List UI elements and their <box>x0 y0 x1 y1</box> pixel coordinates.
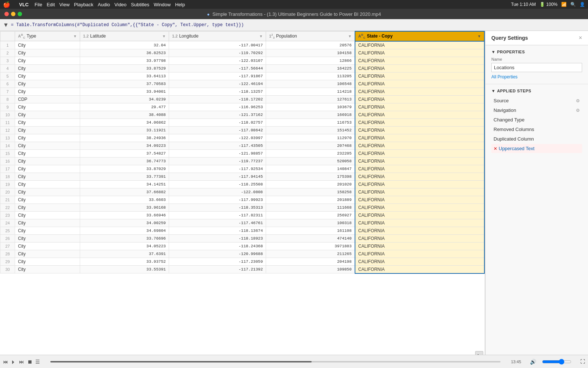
table-row: 26City33.76696-118.18923474140CALIFORNIA <box>0 234 485 242</box>
col-header-statecopy[interactable]: ABC State - Copy ▼ <box>355 31 484 41</box>
cell-longitude: -118.24368 <box>169 242 266 250</box>
play-button[interactable]: ⏵ <box>11 359 16 365</box>
row-number: 30 <box>0 265 15 273</box>
step-item-navigation[interactable]: Navigation⚙ <box>491 106 582 115</box>
filter-btn-pop[interactable]: ▼ <box>348 34 352 38</box>
step-item-changed-type[interactable]: Changed Type <box>491 115 582 124</box>
step-label: ✕Uppercased Text <box>494 146 580 151</box>
menu-video[interactable]: Video <box>114 2 126 7</box>
filter-btn-lat[interactable]: ▼ <box>162 34 166 38</box>
cell-state-copy: CALIFORNIA <box>355 250 484 258</box>
query-settings-header: Query Settings × <box>485 31 588 45</box>
col-label-population: Population <box>276 33 297 39</box>
status-bar: ⏮ ⏵ ⏭ ⏹ ☰ 13:45 🔊 ⛶ <box>0 355 588 368</box>
cell-population: 175398 <box>266 173 355 180</box>
menu-playback[interactable]: Playback <box>74 2 93 7</box>
step-gear-icon[interactable]: ⚙ <box>576 108 580 113</box>
user-icon: 👤 <box>580 2 585 7</box>
cell-latitude: 34.14251 <box>80 180 169 188</box>
cell-latitude: 33.64113 <box>80 72 169 80</box>
volume-slider[interactable] <box>542 359 571 365</box>
table-row: 15City37.54827-121.98857232205CALIFORNIA <box>0 149 485 157</box>
row-number: 17 <box>0 165 15 173</box>
skip-back-button[interactable]: ⏮ <box>3 359 8 365</box>
table-row: 19City34.14251-118.25508201020CALIFORNIA <box>0 180 485 188</box>
filter-btn-statecopy[interactable]: ▼ <box>477 34 481 38</box>
search-icon[interactable]: 🔍 <box>570 2 576 7</box>
time-display: 13:45 <box>511 360 521 364</box>
formula-dropdown[interactable]: ▼ <box>3 22 9 28</box>
cell-state-copy: CALIFORNIA <box>355 196 484 204</box>
cell-longitude: -122.03107 <box>169 57 266 64</box>
cell-population: 161108 <box>266 227 355 234</box>
cell-state-copy: CALIFORNIA <box>355 41 484 49</box>
expand-steps-icon[interactable]: ▼ <box>491 89 495 93</box>
expand-properties-icon[interactable]: ▼ <box>491 50 495 54</box>
row-number: 24 <box>0 219 15 227</box>
cell-longitude: -117.94145 <box>169 173 266 180</box>
cell-longitude: -120.99688 <box>169 250 266 258</box>
step-gear-icon[interactable]: ⚙ <box>576 98 580 103</box>
cell-latitude: 36.74773 <box>80 157 169 165</box>
col-header-population[interactable]: 123 Population ▼ <box>266 31 355 41</box>
filter-btn-lon[interactable]: ▼ <box>259 34 263 38</box>
cell-longitude: -117.92534 <box>169 165 266 173</box>
cell-longitude: -117.91867 <box>169 72 266 80</box>
menu-window[interactable]: Window <box>154 2 171 7</box>
table-wrapper[interactable]: ABC Type ▼ 1.2 Latitude ▼ <box>0 31 485 355</box>
table-row: 9City29.477-116.96253103679CALIFORNIA <box>0 103 485 111</box>
applied-steps-title: ▼ APPLIED STEPS <box>491 89 582 93</box>
step-item-uppercased-text[interactable]: ✕Uppercased Text <box>491 144 582 153</box>
col-label-state: Type <box>27 33 36 39</box>
table-row: 27City34.05223-118.243683971883CALIFORNI… <box>0 242 485 250</box>
scroll-corner[interactable]: ▶ <box>475 351 483 355</box>
maximize-button[interactable] <box>18 12 22 16</box>
menu-audio[interactable]: Audio <box>98 2 110 7</box>
properties-section: ▼ PROPERTIES Name All Properties <box>485 45 588 84</box>
menu-help[interactable]: Help <box>175 2 185 7</box>
menu-edit[interactable]: Edit <box>47 2 55 7</box>
cell-state-copy: CALIFORNIA <box>355 103 484 111</box>
progress-bar-container[interactable] <box>50 361 501 362</box>
cell-latitude: 33.11921 <box>80 126 169 134</box>
name-input[interactable] <box>491 63 582 72</box>
step-item-duplicated-column[interactable]: Duplicated Column <box>491 134 582 144</box>
cell-latitude: 34.06862 <box>80 118 169 126</box>
col-header-longitude[interactable]: 1.2 Longitude ▼ <box>169 31 266 41</box>
menu-items: File Edit View Playback Audio Video Subt… <box>35 2 185 7</box>
all-properties-link[interactable]: All Properties <box>491 74 582 79</box>
col-type-icon-pop: 123 <box>269 33 275 39</box>
table-row: 30City33.55391-117.21392109850CALIFORNIA <box>0 265 485 273</box>
row-number: 29 <box>0 258 15 265</box>
row-number: 19 <box>0 180 15 188</box>
cell-population: 3971883 <box>266 242 355 250</box>
cell-longitude: -118.35313 <box>169 204 266 211</box>
skip-forward-button[interactable]: ⏭ <box>19 359 24 365</box>
col-header-latitude[interactable]: 1.2 Latitude ▼ <box>80 31 169 41</box>
col-header-state[interactable]: ABC Type ▼ <box>15 31 80 41</box>
cell-type: City <box>15 234 80 242</box>
stop-button[interactable]: ⏹ <box>27 359 32 365</box>
cell-type: City <box>15 173 80 180</box>
menu-file[interactable]: File <box>35 2 42 7</box>
playlist-button[interactable]: ☰ <box>35 359 40 365</box>
fullscreen-button[interactable]: ⛶ <box>580 359 585 364</box>
minimize-button[interactable] <box>11 12 15 16</box>
table-row: 1City32.04-117.0041720576CALIFORNIA <box>0 41 485 49</box>
cell-state-copy: CALIFORNIA <box>355 142 484 149</box>
cell-state-copy: CALIFORNIA <box>355 265 484 273</box>
menu-subtitles[interactable]: Subtitles <box>131 2 149 7</box>
cell-latitude: 34.00259 <box>80 219 169 227</box>
row-number: 9 <box>0 103 15 111</box>
menu-view[interactable]: View <box>59 2 69 7</box>
formula-bar: ▼ = Table.TransformColumns(#"Duplicated … <box>0 19 588 31</box>
step-item-removed-columns[interactable]: Removed Columns <box>491 125 582 134</box>
query-settings-close[interactable]: × <box>579 35 582 41</box>
cell-longitude: -117.82311 <box>169 211 266 219</box>
volume-icon[interactable]: 🔊 <box>530 359 536 365</box>
filter-btn-state[interactable]: ▼ <box>73 34 77 38</box>
step-item-source[interactable]: Source⚙ <box>491 96 582 105</box>
cell-population: 256927 <box>266 211 355 219</box>
close-button[interactable] <box>4 12 9 16</box>
cell-longitude: -119.77237 <box>169 157 266 165</box>
